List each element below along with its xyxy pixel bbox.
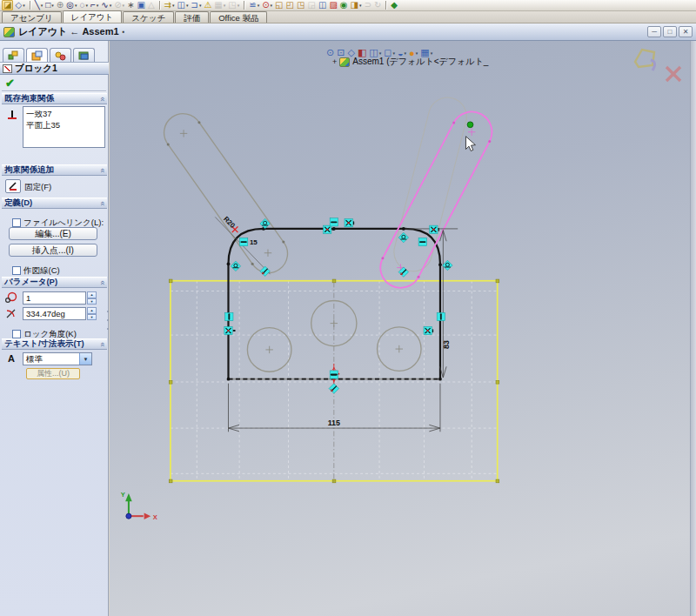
collapse-chevron-icon[interactable]: «	[97, 168, 106, 172]
close-button[interactable]: ✕	[679, 26, 693, 37]
construction-checkbox[interactable]	[12, 266, 21, 275]
rectangle-tool-icon[interactable]: □▾	[44, 0, 55, 10]
extend-entities-icon[interactable]: ⊐▾	[190, 0, 202, 10]
parallelogram-tool-icon[interactable]: ⊕	[56, 0, 64, 10]
slot-endpoints[interactable]	[167, 121, 285, 265]
quick-snaps-icon[interactable]: ≌▾	[248, 0, 260, 10]
collapse-chevron-icon[interactable]: «	[97, 201, 106, 205]
dropdown-arrow-icon[interactable]: ▾	[97, 1, 99, 10]
dropdown-arrow-icon[interactable]: ▾	[199, 1, 202, 10]
dropdown-arrow-icon[interactable]: ▾	[110, 1, 112, 10]
relation-badge-v[interactable]	[437, 312, 445, 320]
slot-selected-pink[interactable]	[380, 111, 492, 287]
save-block-icon[interactable]: ◫	[318, 0, 327, 10]
rotate-entities-icon[interactable]: ↻	[373, 0, 382, 10]
point-tool-icon[interactable]: ∗	[126, 0, 135, 10]
section-existing-relations[interactable]: 既存拘束関係 «	[2, 93, 107, 104]
scale-field[interactable]: 1	[23, 291, 86, 305]
dropdown-arrow-icon[interactable]: ▾	[75, 1, 77, 10]
relation-item[interactable]: 平面上35	[26, 119, 102, 131]
explode-block-icon[interactable]: ▨	[328, 0, 338, 10]
sketch-canvas[interactable]: 115 83 R20 15	[110, 41, 696, 616]
insert-block-icon[interactable]: ◱	[274, 0, 284, 10]
section-parameters[interactable]: パラメータ(P) «	[2, 277, 107, 288]
relation-badge-v[interactable]	[225, 312, 233, 320]
attributes-button[interactable]: 属性...(U)	[26, 368, 80, 379]
section-text-display[interactable]: テキスト/寸法表示(T) «	[2, 338, 107, 350]
section-add-relations[interactable]: 拘束関係追加 «	[2, 164, 107, 176]
relation-badge-h[interactable]	[240, 238, 248, 245]
dim-radius-text[interactable]: R20	[222, 215, 237, 230]
fillet-tool-icon[interactable]: ⌐▾	[90, 0, 99, 10]
relation-badge-sl[interactable]	[398, 267, 408, 277]
relation-badge-tan[interactable]	[231, 261, 240, 271]
tab-property-manager-icon[interactable]	[26, 48, 48, 62]
circle-tool-icon[interactable]: ◎▾	[65, 0, 77, 10]
relation-badge-xd[interactable]	[224, 326, 235, 334]
insert-point-button[interactable]: 挿入点...(I)	[9, 244, 97, 257]
dropdown-arrow-icon[interactable]: ▾	[51, 1, 54, 10]
line-tool-icon[interactable]: ╲▾	[34, 0, 44, 10]
relation-badge-h[interactable]	[418, 238, 426, 245]
collapse-chevron-icon[interactable]: «	[97, 342, 106, 346]
ok-button[interactable]: ✔	[5, 77, 15, 90]
relation-item[interactable]: 一致37	[26, 108, 102, 119]
tab-configurations-icon[interactable]	[50, 48, 71, 62]
dropdown-arrow-icon[interactable]: ▾	[271, 1, 273, 10]
make-path-icon[interactable]: ◆	[390, 0, 398, 10]
convert-entities-icon[interactable]: ◫▾	[177, 0, 190, 10]
dropdown-arrow-icon[interactable]: ▾	[238, 1, 240, 10]
dropdown-arrow-icon[interactable]: ▾	[359, 1, 362, 10]
linear-pattern-icon[interactable]: ▦▾	[213, 0, 226, 10]
relation-badge-x1[interactable]	[345, 219, 354, 227]
move-entities-icon[interactable]: ◳▾	[227, 0, 240, 10]
link-to-file-checkbox[interactable]	[12, 218, 21, 227]
collapse-chevron-icon[interactable]: «	[97, 97, 106, 101]
mirror-entities-icon[interactable]: △	[147, 0, 156, 10]
spline-tool-icon[interactable]: ∿▾	[100, 0, 112, 10]
minimize-button[interactable]: ─	[647, 26, 661, 37]
arc-tool-icon[interactable]: ◌▾	[78, 0, 88, 10]
tab-layout[interactable]: レイアウト	[63, 10, 123, 23]
dim-offset-text[interactable]: 15	[250, 238, 258, 246]
dropdown-arrow-icon[interactable]: ▾	[123, 1, 125, 10]
relation-badge-tan[interactable]	[443, 260, 452, 270]
attachment-icon[interactable]: ⊃	[364, 0, 372, 10]
slot-left[interactable]	[164, 114, 288, 273]
section-definition[interactable]: 定義(D) «	[2, 198, 107, 209]
dropdown-arrow-icon[interactable]: ▾	[85, 1, 88, 10]
tab-office-products[interactable]: Office 製品	[210, 11, 267, 23]
sketch-text-icon[interactable]: ▣	[136, 0, 145, 10]
text-style-combo[interactable]: 標準 ▼	[23, 352, 92, 365]
dropdown-arrow-icon[interactable]: ▾	[172, 1, 175, 10]
graphics-viewport[interactable]: ⊙⊡◇◧◫▾◻▾◒▾●▾▦▾ + Assem1 (デフォルト<デフォルト_	[110, 41, 696, 616]
dropdown-arrow-icon[interactable]: ▾	[258, 1, 260, 10]
relation-badge-sl[interactable]	[329, 384, 338, 393]
dropdown-arrow-icon[interactable]: ▾	[186, 1, 189, 10]
relation-badge-xd[interactable]	[324, 225, 334, 233]
angle-spinner[interactable]: ▲▼	[87, 307, 97, 320]
insert-picture-icon[interactable]: ◨▾	[350, 0, 363, 10]
restore-button[interactable]: □	[663, 26, 677, 37]
hole-circles[interactable]	[247, 300, 421, 372]
tab-assembly[interactable]: アセンブリ	[2, 11, 62, 23]
selected-endpoint[interactable]	[467, 122, 473, 128]
tab-appearances-icon[interactable]	[73, 48, 95, 62]
relation-badge-sl[interactable]	[260, 266, 270, 276]
relation-badge-tan[interactable]	[398, 232, 408, 242]
add-remove-block-entities-icon[interactable]: ◲	[306, 0, 316, 10]
relation-badge-h[interactable]	[330, 218, 338, 226]
edit-block-icon[interactable]: ◳	[296, 0, 305, 10]
relation-badge-x1[interactable]	[424, 326, 433, 334]
display-relations-icon[interactable]: ⚠	[203, 0, 212, 10]
plate-endpoints[interactable]	[227, 227, 442, 380]
fix-relation-button[interactable]	[5, 179, 21, 193]
belt-chain-icon[interactable]: ◉	[339, 0, 349, 10]
trim-entities-icon[interactable]: ◇▾	[14, 0, 25, 10]
dropdown-arrow-icon[interactable]: ▾	[41, 1, 44, 10]
plate-outline[interactable]	[227, 227, 442, 380]
collapse-chevron-icon[interactable]: «	[97, 280, 106, 285]
edit-button[interactable]: 編集...(E)	[9, 227, 97, 240]
ellipse-tool-icon[interactable]: ⊘▾	[113, 0, 125, 10]
relation-badge-x1[interactable]	[430, 225, 439, 233]
